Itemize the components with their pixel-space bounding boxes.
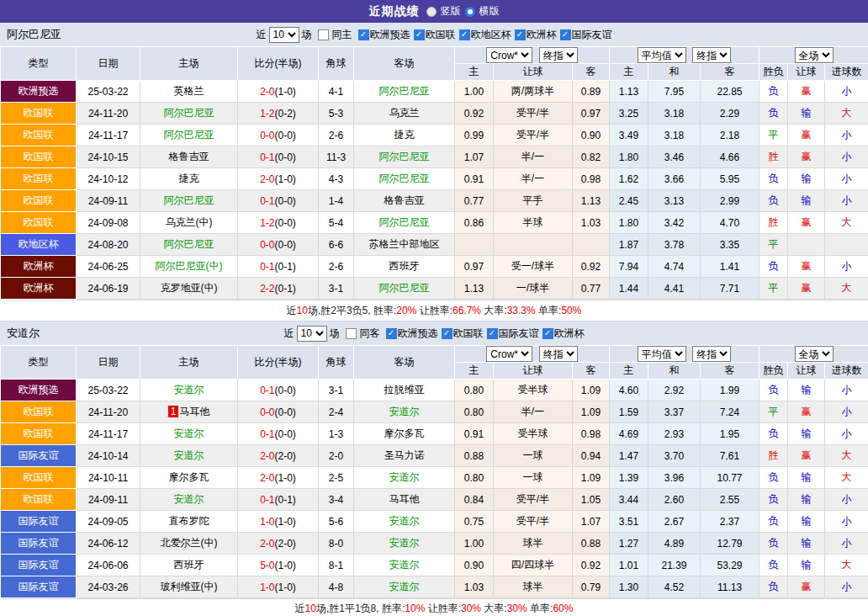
halftime-score: (0-0) [275,195,296,207]
league-filter[interactable]: ✓欧地区杯 [456,28,511,42]
checked-checkbox-icon[interactable]: ✓ [542,328,553,339]
checked-checkbox-icon[interactable]: ✓ [386,328,397,339]
league-filter[interactable]: ✓国际友谊 [557,28,612,42]
home-team-link[interactable]: 格鲁吉亚 [169,151,209,162]
odds1-source-select[interactable]: Crow* [486,346,532,362]
home-team-link[interactable]: 直布罗陀 [169,515,209,527]
score-cell: 1-2(0-2) [238,103,319,125]
home-team-link[interactable]: 安道尔 [174,493,204,505]
away-team-link[interactable]: 捷克 [394,129,415,141]
horizontal-layout-label[interactable]: 横版 [479,4,500,19]
league-filter[interactable]: ✓欧国联 [438,327,484,341]
league-filter-label[interactable]: 欧洲预选 [370,28,410,42]
checked-checkbox-icon[interactable]: ✓ [442,328,453,339]
away-team-link[interactable]: 安道尔 [389,471,420,483]
wdl-result-cell: 负 [760,489,788,511]
odds2-final-select[interactable]: 终指 [692,346,731,362]
away-team-link[interactable]: 苏格兰中部地区 [369,238,440,250]
odds1-final-select[interactable]: 终指 [539,47,578,63]
league-filter[interactable]: ✓欧洲杯 [539,327,585,341]
away-team-link[interactable]: 格鲁吉亚 [384,194,425,206]
odds2-final-select[interactable]: 终指 [692,47,731,63]
away-team-link[interactable]: 安道尔 [389,406,420,417]
league-type-badge: 国际友谊 [1,511,77,533]
home-team-link[interactable]: 安道尔 [174,384,204,396]
vertical-layout-label[interactable]: 竖版 [441,4,461,19]
home-team-link[interactable]: 乌克兰(中) [166,216,213,228]
same-home-label[interactable]: 同主 [332,28,352,42]
home-team-link[interactable]: 阿尔巴尼亚 [164,129,214,141]
away-team-link[interactable]: 乌克兰 [389,107,420,119]
same-away-checkbox[interactable] [346,328,357,339]
away-team-link[interactable]: 马耳他 [389,493,420,505]
recent-count-select[interactable]: 10 [269,27,299,43]
away-team-link[interactable]: 阿尔巴尼亚 [379,216,430,228]
league-filter[interactable]: ✓国际友谊 [484,327,539,341]
odds2-source-select[interactable]: 平均值 [638,47,686,63]
away-team-link[interactable]: 安道尔 [389,515,420,527]
home-team-link[interactable]: 英格兰 [174,85,204,97]
away-team-link[interactable]: 阿尔巴尼亚 [379,282,430,294]
goals-result-cell: 大 [825,278,868,300]
home-team-link[interactable]: 安道尔 [174,427,204,439]
handicap-result-cell: 输 [788,533,825,555]
league-filter[interactable]: ✓欧洲杯 [511,28,557,42]
away-team-link[interactable]: 安道尔 [389,581,420,592]
league-filter-label[interactable]: 欧国联 [453,327,484,341]
avg-win-cell: 1.30 [610,576,648,598]
odds1-final-select[interactable]: 终指 [539,346,578,362]
league-type-badge: 欧国联 [1,168,77,190]
checked-checkbox-icon[interactable]: ✓ [515,29,526,40]
home-team-link[interactable]: 北爱尔兰(中) [161,537,218,549]
away-team-link[interactable]: 西班牙 [389,260,420,272]
home-team-link[interactable]: 阿尔巴尼亚 [164,194,214,206]
odds1-source-select[interactable]: Crow* [486,47,532,63]
home-team-link[interactable]: 克罗地亚(中) [161,282,218,294]
vertical-layout-radio[interactable] [426,7,437,17]
away-team-link[interactable]: 安道尔 [389,559,420,571]
home-team-link[interactable]: 阿尔巴尼亚 [164,238,214,250]
checked-checkbox-icon[interactable]: ✓ [358,29,369,40]
checked-checkbox-icon[interactable]: ✓ [459,29,470,40]
league-filter[interactable]: ✓欧国联 [410,28,456,42]
checked-checkbox-icon[interactable]: ✓ [487,328,498,339]
league-filter-label[interactable]: 欧国联 [426,28,456,42]
league-filter-label[interactable]: 国际友谊 [499,327,539,341]
league-filter-label[interactable]: 国际友谊 [572,28,612,42]
horizontal-layout-radio[interactable] [465,7,475,17]
home-team-link[interactable]: 西班牙 [174,559,204,571]
handicap-result-cell: 赢 [788,81,825,103]
odds2-source-select[interactable]: 平均值 [638,346,686,362]
avg-lose-cell: 2.37 [701,511,760,533]
league-filter-label[interactable]: 欧洲预选 [398,327,438,341]
goals-result-cell: 小 [825,511,868,533]
recent-count-select[interactable]: 10 [297,326,327,342]
away-team-link[interactable]: 圣马力诺 [384,449,425,461]
away-team-link[interactable]: 阿尔巴尼亚 [379,151,430,162]
away-team-link[interactable]: 阿尔巴尼亚 [379,85,430,97]
fulltime-select[interactable]: 全场 [795,47,834,63]
home-team-link[interactable]: 阿尔巴尼亚(中) [156,260,223,272]
same-home-checkbox[interactable] [318,29,329,40]
away-team-link[interactable]: 阿尔巴尼亚 [379,173,430,184]
home-team-link[interactable]: 阿尔巴尼亚 [164,107,214,119]
fulltime-select[interactable]: 全场 [795,346,834,362]
checked-checkbox-icon[interactable]: ✓ [560,29,571,40]
away-team-link[interactable]: 拉脱维亚 [384,384,425,396]
league-filter[interactable]: ✓欧洲预选 [355,28,410,42]
away-team-link[interactable]: 安道尔 [389,537,420,549]
checked-checkbox-icon[interactable]: ✓ [414,29,425,40]
league-filter-label[interactable]: 欧洲杯 [554,327,585,341]
league-filter[interactable]: ✓欧洲预选 [383,327,438,341]
away-team-link[interactable]: 摩尔多瓦 [384,427,425,439]
home-team-link[interactable]: 安道尔 [174,449,204,461]
home-team-link[interactable]: 捷克 [179,173,199,184]
same-away-label[interactable]: 同客 [360,327,380,341]
league-filter-label[interactable]: 欧地区杯 [471,28,511,42]
goals-result-cell: 大 [825,467,868,489]
league-filter-label[interactable]: 欧洲杯 [527,28,557,42]
home-team-link[interactable]: 玻利维亚(中) [161,581,218,592]
home-team-link[interactable]: 摩尔多瓦 [169,471,209,483]
away-team-cell: 马耳他 [354,489,455,511]
home-team-link[interactable]: 马耳他 [179,406,209,417]
